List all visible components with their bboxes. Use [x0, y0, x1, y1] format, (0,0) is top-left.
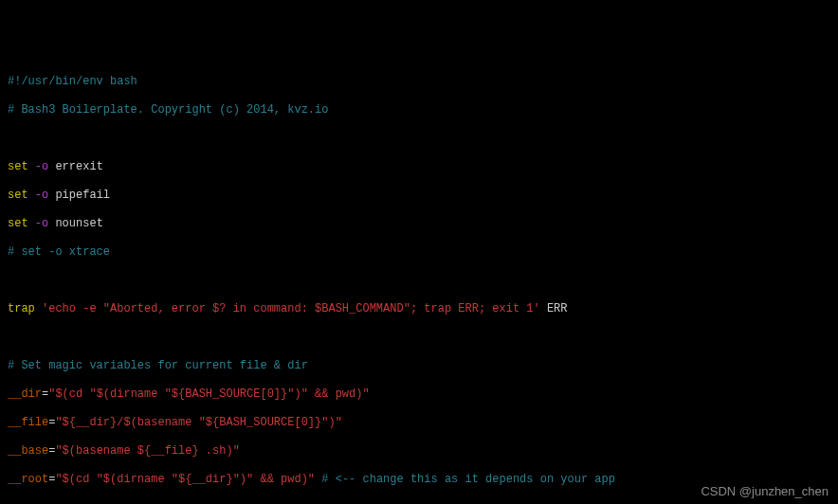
set-cmd: set: [8, 160, 28, 173]
set-opt: -o: [35, 217, 48, 230]
trap-err: ERR: [540, 302, 568, 315]
var-root: __root: [8, 473, 48, 486]
comment-xtrace: # set -o xtrace: [8, 245, 830, 260]
var-root-val: "$(cd "$(dirname "${__dir}")" && pwd)": [55, 473, 315, 486]
set-cmd: set: [8, 189, 28, 202]
copyright-comment: # Bash3 Boilerplate. Copyright (c) 2014,…: [8, 103, 830, 117]
var-file: __file: [8, 416, 48, 429]
set-val: pipefail: [55, 189, 110, 202]
set-val: nounset: [55, 217, 102, 230]
var-base: __base: [8, 444, 48, 458]
trap-cmd: trap: [8, 302, 35, 315]
comment-magic-vars: # Set magic variables for current file &…: [8, 359, 830, 373]
var-dir-val: "$(cd "$(dirname "${BASH_SOURCE[0]}")" &…: [48, 387, 369, 401]
set-opt: -o: [35, 189, 48, 202]
shebang: #!/usr/bin/env bash: [8, 75, 830, 89]
set-opt: -o: [35, 160, 48, 173]
comment-root: # <-- change this as it depends on your …: [315, 473, 615, 486]
set-val: errexit: [55, 160, 102, 173]
set-cmd: set: [8, 217, 28, 230]
var-dir: __dir: [8, 387, 42, 401]
watermark: CSDN @junzhen_chen: [701, 484, 829, 498]
trap-string: 'echo -e "Aborted, error $? in command: …: [42, 302, 540, 315]
var-file-val: "${__dir}/$(basename "${BASH_SOURCE[0]}"…: [55, 416, 341, 429]
var-base-val: "$(basename ${__file} .sh)": [55, 444, 239, 458]
code-block: #!/usr/bin/env bash # Bash3 Boilerplate.…: [8, 61, 830, 504]
